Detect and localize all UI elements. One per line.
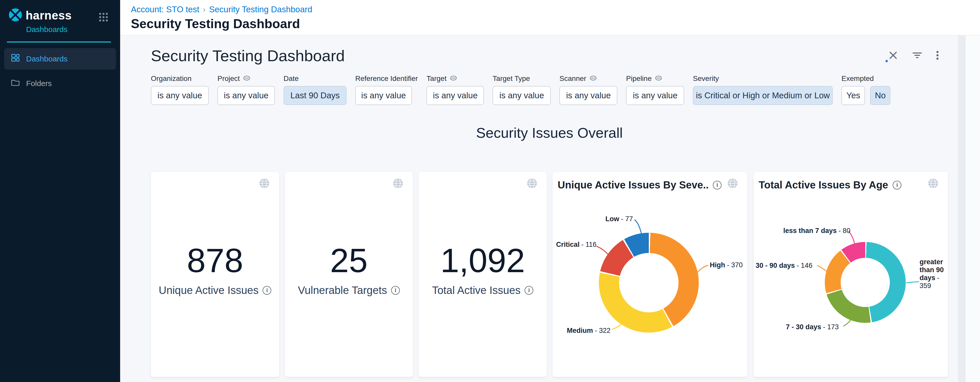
filter-pipeline: Pipeline is any value: [626, 74, 684, 105]
filter-icon[interactable]: [912, 50, 923, 61]
sidebar-item-label: Dashboards: [26, 54, 68, 63]
tile-total-active-issues-by-age: Total Active Issues By Age i: [754, 172, 948, 377]
close-icon[interactable]: [888, 50, 899, 61]
harness-logo-icon: [8, 8, 22, 23]
info-icon[interactable]: i: [892, 181, 901, 189]
slice-label-low: Low- 77: [591, 215, 633, 223]
cursor-dot: [886, 60, 888, 62]
filter-label: Target Type: [493, 74, 551, 83]
filter-label: Severity: [693, 74, 833, 83]
sidebar-nav: Dashboards Folders: [0, 43, 120, 103]
tile-unique-active-issues: 878 Unique Active Issues i: [151, 172, 279, 377]
filter-reference-identifier-value[interactable]: is any value: [355, 86, 412, 105]
sidebar-item-folders[interactable]: Folders: [4, 73, 116, 94]
filter-project: Project is any value: [218, 74, 275, 105]
donut-chart-age[interactable]: [825, 242, 906, 323]
stat-label: Total Active Issues i: [432, 284, 533, 296]
filter-scanner: Scanner is any value: [559, 74, 617, 105]
filter-label: Scanner: [559, 74, 617, 83]
slice-label-30-90-days: 30 - 90 days- 146: [756, 262, 813, 269]
kebab-menu-icon[interactable]: [932, 50, 943, 61]
link-icon: [589, 74, 597, 83]
main-area: Account: STO test › Security Testing Das…: [120, 0, 980, 382]
exempted-no-button[interactable]: No: [870, 86, 890, 105]
slice-label-critical: Critical- 116: [556, 241, 597, 249]
slice-label-less-than-7-days: less than 7 days- 80: [783, 227, 850, 235]
globe-icon: [527, 178, 538, 190]
filter-pipeline-value[interactable]: is any value: [626, 86, 684, 105]
top-header: Account: STO test › Security Testing Das…: [120, 0, 980, 35]
link-icon: [450, 74, 457, 83]
sidebar-header: harness Dashboards: [0, 0, 120, 34]
section-title: Security Issues Overall: [151, 124, 948, 141]
slice-label-7-30-days: 7 - 30 days- 173: [786, 323, 839, 331]
breadcrumb-account-link[interactable]: Account: STO test: [131, 5, 199, 14]
filter-target-value[interactable]: is any value: [426, 86, 484, 105]
filter-organization-value[interactable]: is any value: [151, 86, 209, 105]
chart-title: Total Active Issues By Age: [759, 179, 888, 191]
filter-label: Pipeline: [626, 74, 684, 83]
info-icon[interactable]: i: [713, 181, 722, 189]
filter-exempted: Exempted Yes No: [842, 74, 890, 105]
info-icon[interactable]: i: [525, 286, 533, 295]
stat-label: Unique Active Issues i: [159, 284, 272, 296]
info-icon[interactable]: i: [262, 286, 271, 295]
tile-unique-active-issues-by-severity: Unique Active Issues By Seve... i: [552, 172, 748, 377]
filter-date: Date Last 90 Days: [283, 74, 347, 105]
apps-grid-icon[interactable]: [98, 12, 109, 24]
tile-total-active-issues: 1,092 Total Active Issues i: [418, 172, 547, 377]
page-title: Security Testing Dashboard: [131, 16, 980, 31]
filter-label: Reference Identifier: [355, 74, 418, 83]
stat-value: 878: [187, 244, 243, 277]
filter-target-type-value[interactable]: is any value: [493, 86, 551, 105]
filter-scanner-value[interactable]: is any value: [559, 86, 617, 105]
globe-icon: [727, 178, 738, 190]
globe-icon: [259, 178, 270, 190]
app-root: harness Dashboards: [0, 0, 980, 382]
vertical-scrollbar[interactable]: [958, 35, 966, 382]
slice-label-medium: Medium- 322: [567, 327, 611, 334]
filter-label: Target: [426, 74, 484, 83]
brand-name: harness: [25, 8, 72, 22]
stat-value: 25: [330, 244, 368, 277]
breadcrumb: Account: STO test › Security Testing Das…: [131, 5, 980, 14]
exempted-yes-button[interactable]: Yes: [842, 86, 865, 105]
filter-project-value[interactable]: is any value: [218, 86, 275, 105]
globe-icon: [928, 178, 939, 190]
dashboards-icon: [11, 54, 20, 65]
filter-target-type: Target Type is any value: [493, 74, 551, 105]
tiles-row: 878 Unique Active Issues i: [151, 172, 948, 377]
filter-label: Organization: [151, 74, 209, 83]
breadcrumb-separator: ›: [203, 5, 205, 14]
filter-date-value[interactable]: Last 90 Days: [283, 86, 347, 105]
filter-label: Exempted: [842, 74, 890, 83]
filter-target: Target is any value: [426, 74, 484, 105]
dashboard-title: Security Testing Dashboard: [151, 47, 345, 65]
slice-label-greater-than-90-days: greater than 90 days- 359: [920, 258, 948, 290]
right-gutter: [966, 35, 980, 382]
globe-icon: [392, 178, 404, 190]
sidebar-item-label: Folders: [26, 79, 52, 88]
link-icon: [655, 74, 662, 83]
filter-severity: Severity is Critical or High or Medium o…: [693, 74, 833, 105]
filter-label: Project: [218, 74, 275, 83]
chart-title: Unique Active Issues By Seve...: [558, 179, 708, 191]
folder-icon: [11, 78, 20, 89]
filter-severity-value[interactable]: is Critical or High or Medium or Low: [693, 86, 833, 105]
link-icon: [243, 74, 250, 83]
sidebar-item-dashboards[interactable]: Dashboards: [4, 48, 116, 70]
module-name: Dashboards: [26, 25, 120, 34]
tile-vulnerable-targets: 25 Vulnerable Targets i: [285, 172, 413, 377]
breadcrumb-page-link[interactable]: Security Testing Dashboard: [209, 5, 312, 14]
filter-bar: Organization is any value Project is any…: [151, 74, 890, 105]
filter-label: Date: [283, 74, 347, 83]
slice-label-high: High- 370: [710, 261, 743, 269]
filter-organization: Organization is any value: [151, 74, 209, 105]
donut-chart-severity[interactable]: [599, 233, 699, 333]
sidebar: harness Dashboards: [0, 0, 120, 382]
dashboard-content: Security Testing Dashboard O: [120, 35, 980, 382]
stat-value: 1,092: [440, 244, 525, 277]
info-icon[interactable]: i: [391, 286, 400, 295]
filter-reference-identifier: Reference Identifier is any value: [355, 74, 418, 105]
stat-label: Vulnerable Targets i: [298, 284, 400, 296]
